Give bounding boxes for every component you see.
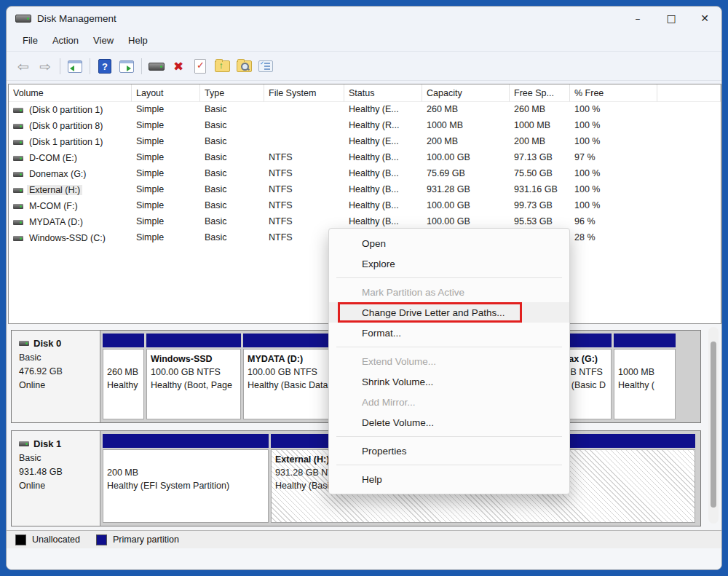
close-button[interactable]: ✕ (688, 7, 721, 30)
partition-size: 100.00 GB NTFS (248, 367, 337, 380)
partition-size: 200 MB (107, 467, 268, 481)
menu-item-explore[interactable]: Explore (329, 253, 569, 274)
volume-label: (Disk 0 partition 1) (27, 105, 105, 115)
maximize-button[interactable]: □ (654, 7, 688, 30)
menu-item-format[interactable]: Format... (329, 323, 569, 343)
cell-status: Healthy (R... (344, 118, 422, 134)
partition-size: 260 MB (107, 367, 143, 380)
table-row[interactable]: External (H:)SimpleBasicNTFSHealthy (B..… (9, 182, 721, 198)
disk-management-window: Disk Management – □ ✕ FileActionViewHelp… (6, 6, 722, 570)
cell-type: Basic (200, 118, 264, 134)
back-icon[interactable]: ⇦ (13, 57, 33, 76)
partition-size: 100.00 GB NTFS (151, 367, 240, 380)
app-disk-icon (15, 15, 31, 23)
volume-label: (Disk 1 partition 1) (27, 137, 105, 147)
cell-pct: 100 % (570, 198, 657, 214)
view-options-icon[interactable] (256, 57, 276, 76)
partition-body[interactable]: Windows-SSD100.00 GB NTFSHealthy (Boot, … (146, 349, 241, 419)
disk-panel-disk-0[interactable]: Disk 0Basic476.92 GBOnline (12, 331, 100, 422)
cell-blank (657, 134, 721, 150)
column-header-type[interactable]: Type (200, 84, 264, 102)
partition[interactable]: 1000 MBHealthy ( (614, 334, 676, 419)
partition-mydata-d[interactable]: MYDATA (D:)100.00 GB NTFSHealthy (Basic … (243, 334, 338, 419)
cell-type: Basic (200, 102, 264, 118)
cell-pct: 96 % (570, 214, 657, 230)
legend-swatch-primary-partition (96, 534, 107, 545)
partition-body[interactable]: 1000 MBHealthy ( (614, 349, 676, 419)
table-row[interactable]: D-COM (E:)SimpleBasicNTFSHealthy (B...10… (9, 150, 721, 166)
menu-item-shrink-volume[interactable]: Shrink Volume... (329, 371, 569, 392)
column-header-free[interactable]: % Free (570, 84, 657, 102)
partition-body[interactable]: 260 MBHealthy (103, 349, 144, 419)
column-header-volume[interactable]: Volume (9, 84, 132, 102)
menu-item-extend-volume: Extend Volume... (329, 351, 569, 371)
menu-item-file[interactable]: File (15, 32, 45, 49)
disk-volume-icon (13, 156, 23, 161)
disk-panel-disk-1[interactable]: Disk 1Basic931.48 GBOnline (12, 431, 100, 526)
menu-item-help[interactable]: Help (121, 32, 155, 49)
table-row[interactable]: Donemax (G:)SimpleBasicNTFSHealthy (B...… (9, 166, 721, 182)
show-console-tree-icon[interactable] (65, 57, 85, 76)
vertical-scrollbar[interactable] (708, 327, 719, 524)
disk-icon (19, 341, 29, 346)
menu-item-open[interactable]: Open (329, 233, 569, 253)
partition-body[interactable]: 200 MBHealthy (EFI System Partition) (103, 449, 269, 523)
partition-type-bar (103, 434, 269, 448)
partition-windows-ssd[interactable]: Windows-SSD100.00 GB NTFSHealthy (Boot, … (146, 334, 241, 419)
table-row[interactable]: (Disk 0 partition 1)SimpleBasicHealthy (… (9, 102, 721, 118)
show-action-pane-icon[interactable] (116, 57, 137, 76)
disk-device-icon[interactable] (146, 57, 167, 76)
legend-bar: UnallocatedPrimary partition (7, 530, 721, 548)
column-header-capacity[interactable]: Capacity (422, 84, 510, 102)
menu-item-delete-volume[interactable]: Delete Volume... (329, 412, 569, 433)
table-row[interactable]: M-COM (F:)SimpleBasicNTFSHealthy (B...10… (9, 198, 721, 214)
partition[interactable]: 260 MBHealthy (103, 334, 144, 419)
menu-item-view[interactable]: View (86, 32, 121, 49)
volume-cell: Windows-SSD (C:) (9, 230, 132, 246)
menu-item-action[interactable]: Action (45, 32, 86, 49)
column-header-file-system[interactable]: File System (264, 84, 344, 102)
menu-item-help[interactable]: Help (329, 469, 569, 489)
cell-fs: NTFS (264, 166, 344, 182)
volume-cell: (Disk 1 partition 1) (9, 134, 132, 150)
column-header-free-sp[interactable]: Free Sp... (510, 84, 570, 102)
minimize-button[interactable]: – (621, 7, 654, 30)
forward-icon[interactable]: ⇨ (35, 57, 55, 76)
delete-volume-icon[interactable]: ✖ (168, 57, 189, 76)
disk-volume-icon (13, 204, 23, 209)
table-row[interactable]: (Disk 1 partition 1)SimpleBasicHealthy (… (9, 134, 721, 150)
cell-blank (657, 230, 721, 246)
menu-item-change-drive-letter-and-paths[interactable]: Change Drive Letter and Paths... (329, 302, 569, 323)
explore-folder-icon[interactable] (234, 57, 254, 76)
cell-blank (657, 102, 721, 118)
disk-info-line: Basic (19, 352, 100, 363)
table-row[interactable]: (Disk 0 partition 8)SimpleBasicHealthy (… (9, 118, 721, 134)
disk-info-line: 476.92 GB (19, 366, 100, 376)
disk-volume-icon (13, 140, 23, 145)
cell-blank (657, 166, 721, 182)
partition-title (618, 354, 675, 367)
column-header-blank[interactable] (657, 84, 721, 102)
context-menu-separator (336, 436, 562, 437)
cell-type: Basic (200, 198, 264, 214)
cell-fs (264, 118, 344, 134)
column-header-status[interactable]: Status (344, 84, 422, 102)
volume-cell: External (H:) (9, 182, 132, 198)
scrollbar-thumb[interactable] (711, 342, 716, 508)
cell-blank (657, 118, 721, 134)
cell-status: Healthy (E... (344, 102, 422, 118)
partition-type-bar (146, 334, 241, 347)
partition[interactable]: 200 MBHealthy (EFI System Partition) (103, 434, 269, 523)
open-folder-icon[interactable]: ↑ (212, 57, 232, 76)
volume-table-body: (Disk 0 partition 1)SimpleBasicHealthy (… (9, 102, 721, 246)
column-header-layout[interactable]: Layout (132, 84, 200, 102)
menu-item-properties[interactable]: Properties (329, 441, 569, 461)
help-icon[interactable]: ? (95, 57, 115, 76)
cell-blank (657, 198, 721, 214)
context-menu-separator (336, 347, 562, 347)
volume-label: Donemax (G:) (27, 169, 89, 179)
partition-body[interactable]: MYDATA (D:)100.00 GB NTFSHealthy (Basic … (243, 349, 338, 419)
cell-capacity: 75.69 GB (422, 166, 510, 182)
cell-fs: NTFS (264, 182, 344, 198)
set-active-icon[interactable]: ✓ (190, 57, 210, 76)
